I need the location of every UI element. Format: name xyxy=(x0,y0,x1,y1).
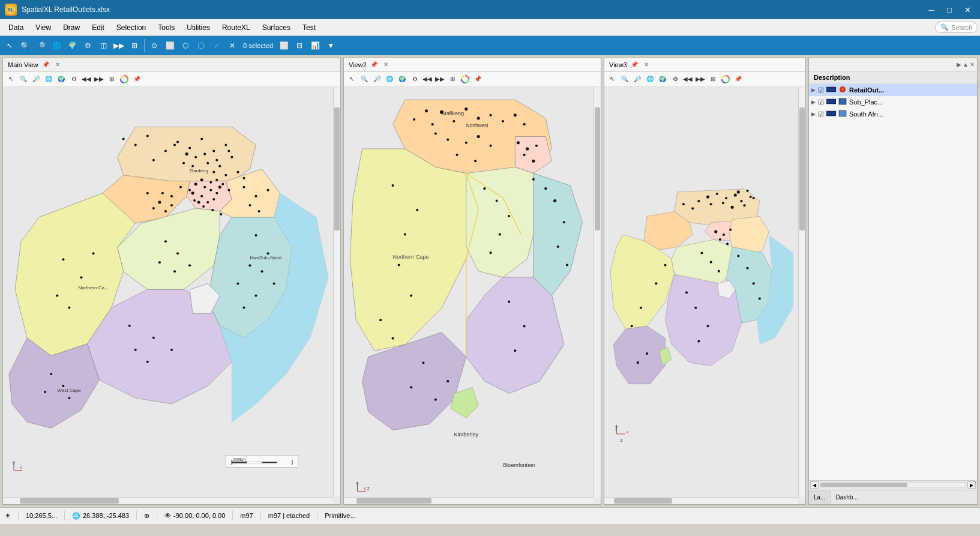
legend-item-1[interactable]: ▶ ☑ RetailOut... xyxy=(809,84,977,96)
menu-utilities[interactable]: Utilities xyxy=(181,21,216,34)
legend-hscroll-thumb[interactable] xyxy=(820,483,907,487)
legend-tab-dashboard[interactable]: Dashb... xyxy=(831,490,862,504)
mv-grid-btn[interactable]: ⊞ xyxy=(106,73,118,85)
v2-globe-btn[interactable]: 🌐 xyxy=(383,73,395,85)
v3-zoom-out-btn[interactable]: 🔎 xyxy=(631,73,643,85)
search-bar[interactable]: 🔍 Search xyxy=(935,22,978,33)
v2-zoom-in-btn[interactable]: 🔍 xyxy=(358,73,370,85)
mv-zoom-in-btn[interactable]: 🔍 xyxy=(17,73,29,85)
legend-scroll-area[interactable]: ▶ ☑ RetailOut... ▶ ☑ xyxy=(809,84,977,480)
v3-forward-btn[interactable]: ▶▶ xyxy=(694,73,706,85)
mv-pin-btn[interactable]: 📌 xyxy=(131,73,143,85)
v2-pin-btn[interactable]: 📌 xyxy=(472,73,484,85)
view3-map[interactable]: y x z xyxy=(604,87,805,504)
v2-globe2-btn[interactable]: 🌍 xyxy=(396,73,408,85)
legend-panel-arrow-button[interactable]: ▶ xyxy=(957,61,961,68)
main-view-close-button[interactable]: ✕ xyxy=(53,60,62,70)
v3-globe2-btn[interactable]: 🌍 xyxy=(657,73,669,85)
main-view-hscroll-thumb[interactable] xyxy=(20,498,119,504)
polygon-select-button[interactable]: ⬡ xyxy=(178,38,193,53)
menu-draw[interactable]: Draw xyxy=(57,21,86,34)
zoom-out-button[interactable]: 🔎 xyxy=(34,38,48,53)
select-panel-button[interactable]: ⬜ xyxy=(277,38,291,53)
view2-map[interactable]: Mafikeng Northwest Northern Cape Kimberl… xyxy=(344,87,601,504)
legend-hscroll[interactable]: ◀ ▶ xyxy=(809,480,977,490)
menu-test[interactable]: Test xyxy=(296,21,322,34)
v3-back-btn[interactable]: ◀◀ xyxy=(682,73,694,85)
globe2-button[interactable]: 🌍 xyxy=(65,38,79,53)
globe-button[interactable]: 🌐 xyxy=(49,38,64,53)
legend-item3-check[interactable]: ☑ xyxy=(818,110,824,118)
menu-view[interactable]: View xyxy=(29,21,57,34)
menu-routexl[interactable]: RouteXL xyxy=(216,21,256,34)
rect-select-button[interactable]: ⬜ xyxy=(163,38,177,53)
table-button[interactable]: ⊟ xyxy=(292,38,307,53)
v2-forward-btn[interactable]: ▶▶ xyxy=(434,73,446,85)
main-view-map[interactable]: Gauteng Northern Ca... KwaZulu-Natal Wes… xyxy=(3,87,340,504)
v3-select-btn[interactable]: ↖ xyxy=(606,73,618,85)
v3-grid-btn[interactable]: ⊞ xyxy=(707,73,719,85)
menu-edit[interactable]: Edit xyxy=(86,21,110,34)
view2-pin-button[interactable]: 📌 xyxy=(369,60,379,70)
settings-button[interactable]: ⚙ xyxy=(80,38,95,53)
main-view-scrollbar-v[interactable] xyxy=(333,87,340,497)
v3-zoom-in-btn[interactable]: 🔍 xyxy=(619,73,631,85)
v2-select-btn[interactable]: ↖ xyxy=(346,73,358,85)
mv-back-btn[interactable]: ◀◀ xyxy=(80,73,92,85)
v2-back-btn[interactable]: ◀◀ xyxy=(421,73,433,85)
view2-hscroll-thumb[interactable] xyxy=(356,498,431,504)
mv-globe2-btn[interactable]: 🌍 xyxy=(55,73,67,85)
mv-select-btn[interactable]: ↖ xyxy=(5,73,17,85)
legend-item-2[interactable]: ▶ ☑ Sub_Plac... xyxy=(809,96,977,108)
legend-tab-layers[interactable]: La... xyxy=(809,490,831,504)
zoom-in-button[interactable]: 🔍 xyxy=(18,38,32,53)
deselect-button[interactable]: ✕ xyxy=(225,38,239,53)
mv-settings-btn[interactable]: ⚙ xyxy=(68,73,80,85)
legend-item1-check[interactable]: ☑ xyxy=(818,86,824,94)
point-select-button[interactable]: ⊙ xyxy=(147,38,161,53)
menu-surfaces[interactable]: Surfaces xyxy=(256,21,296,34)
view2-scrollbar-h[interactable] xyxy=(344,497,594,504)
v2-settings-btn[interactable]: ⚙ xyxy=(409,73,421,85)
v3-globe-btn[interactable]: 🌐 xyxy=(644,73,656,85)
v2-zoom-out-btn[interactable]: 🔎 xyxy=(371,73,383,85)
view3-close-button[interactable]: ✕ xyxy=(642,60,651,70)
legend-scroll-left[interactable]: ◀ xyxy=(810,481,819,489)
main-view-vscroll-thumb[interactable] xyxy=(334,107,340,230)
main-view-pin-button[interactable]: 📌 xyxy=(41,60,50,70)
dropdown-button[interactable]: ▼ xyxy=(323,38,338,53)
chart-button[interactable]: 📊 xyxy=(308,38,322,53)
view2-vscroll-thumb[interactable] xyxy=(595,107,600,230)
mv-forward-btn[interactable]: ▶▶ xyxy=(93,73,105,85)
maximize-button[interactable]: □ xyxy=(942,4,957,16)
forward-button[interactable]: ▶▶ xyxy=(112,38,126,53)
mv-color-btn[interactable] xyxy=(118,73,130,85)
minimize-button[interactable]: ─ xyxy=(924,4,939,16)
mv-globe-btn[interactable]: 🌐 xyxy=(43,73,55,85)
view3-vscroll-thumb[interactable] xyxy=(799,107,805,230)
legend-panel-close-button[interactable]: ✕ xyxy=(970,61,975,68)
v3-pin-btn[interactable]: 📌 xyxy=(732,73,744,85)
v3-settings-btn[interactable]: ⚙ xyxy=(669,73,681,85)
main-view-scrollbar-h[interactable] xyxy=(3,497,333,504)
lasso-button[interactable]: 〇 xyxy=(194,38,208,53)
line-select-button[interactable]: ⟋ xyxy=(209,38,224,53)
layers-button[interactable]: ◫ xyxy=(96,38,110,53)
close-button[interactable]: ✕ xyxy=(960,4,975,16)
view2-close-button[interactable]: ✕ xyxy=(381,60,391,70)
menu-tools[interactable]: Tools xyxy=(152,21,181,34)
view2-scrollbar-v[interactable] xyxy=(594,87,601,497)
legend-item2-check[interactable]: ☑ xyxy=(818,98,824,106)
grid-button[interactable]: ⊞ xyxy=(127,38,142,53)
legend-scroll-right[interactable]: ▶ xyxy=(967,481,976,489)
legend-item-3[interactable]: ▶ ☑ South Afri... xyxy=(809,108,977,120)
v2-color-btn[interactable] xyxy=(459,73,471,85)
menu-selection[interactable]: Selection xyxy=(110,21,152,34)
view3-scrollbar-v[interactable] xyxy=(798,87,805,497)
menu-data[interactable]: Data xyxy=(2,21,29,34)
view3-pin-button[interactable]: 📌 xyxy=(630,60,639,70)
legend-panel-pin-button[interactable]: ▲ xyxy=(963,61,969,68)
select-tool-button[interactable]: ↖ xyxy=(2,38,17,53)
v3-color-btn[interactable] xyxy=(720,73,732,85)
view3-hscroll-thumb[interactable] xyxy=(614,498,672,504)
